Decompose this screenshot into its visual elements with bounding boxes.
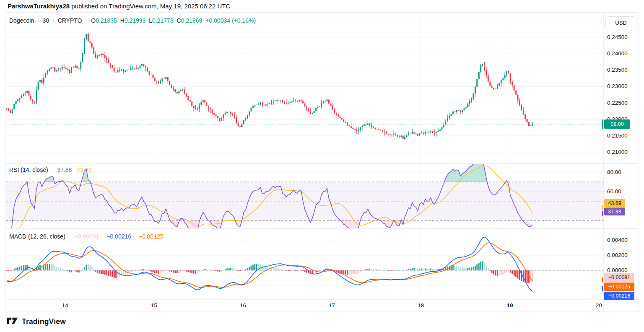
macd-signal-value: −0.00125 [139, 233, 164, 240]
pane-frame [6, 13, 638, 312]
rsi-badge-text: 37.88 [608, 209, 621, 215]
currency-label: USD [615, 20, 626, 26]
tradingview-snapshot: ParshwaTurakhiya28 published on TradingV… [0, 0, 644, 332]
time-axis-label: 17 [329, 302, 335, 309]
price-axis-label: 0.21000 [607, 149, 628, 156]
time-scale[interactable] [6, 300, 604, 312]
time-axis-label: 16 [240, 302, 246, 309]
close-label: C [177, 17, 181, 24]
symbol-exchange: CRYPTO [58, 17, 82, 24]
time-axis-label: 15 [151, 302, 157, 309]
macd-signal-badge: −0.00125 [604, 283, 634, 291]
macd-value-badge: −0.00216 [604, 292, 634, 300]
price-pane [6, 32, 603, 140]
macd-histogram-value: −0.00091 [75, 233, 99, 240]
macd-axis-label: 0.00000 [607, 267, 628, 274]
legend-separator: · [37, 17, 39, 24]
countdown-text: 08:00 [610, 121, 623, 127]
time-axis-label: 19 [506, 302, 513, 309]
symbol-interval[interactable]: 30 [43, 17, 49, 24]
symbol-name[interactable]: Dogecoin [9, 17, 34, 24]
macd-axis-label: 0.00200 [607, 252, 628, 259]
rsi-value-badge: 37.88 [604, 208, 625, 215]
brand-name: TradingView [22, 317, 66, 326]
time-axis-label: 20 [596, 302, 602, 309]
macd-axis-label: 0.00400 [607, 237, 628, 244]
rsi-title[interactable]: RSI (14, close) [9, 166, 48, 173]
open-label: O [91, 17, 96, 24]
macd-histogram-badge: −0.00091 [604, 273, 634, 282]
price-axis-label: 0.22500 [607, 100, 628, 106]
currency-toggle-button[interactable]: USD [605, 16, 636, 29]
rsi-axis-label: 60.00 [607, 188, 621, 195]
rsi-ma-badge: 43.69 [604, 199, 625, 207]
price-axis-label: 0.24000 [607, 50, 628, 57]
macd-signal-badge-text: −0.00125 [608, 284, 630, 290]
rsi-ma-value: 43.69 [77, 166, 91, 173]
legend-separator: · [52, 17, 55, 24]
macd-title[interactable]: MACD (12, 26, close) [9, 233, 65, 240]
macd-line-value: −0.00216 [106, 233, 131, 240]
open-value: 0.21835 [96, 17, 117, 24]
close-value: 0.21869 [181, 17, 203, 24]
high-value: 0.21993 [125, 17, 146, 24]
macd-hist-badge-text: −0.00091 [608, 275, 630, 280]
rsi-overbought-fill [27, 158, 507, 182]
price-axis-label: 0.24500 [607, 34, 628, 41]
bar-countdown-badge: 08:00 [604, 119, 630, 129]
macd-pane [6, 237, 604, 291]
macd-legend[interactable]: MACD (12, 26, close) −0.00091 −0.00216 −… [9, 233, 164, 240]
change-value: +0.00034 (+0.16%) [205, 17, 256, 24]
high-label: H [120, 17, 125, 24]
time-axis-label: 14 [62, 302, 68, 309]
last-bar-edge-tick [602, 119, 603, 129]
price-axis-label: 0.23500 [607, 67, 628, 73]
rsi-band [6, 182, 604, 220]
price-axis-label: 0.23000 [607, 83, 628, 90]
price-axis-label: 0.21500 [607, 132, 628, 139]
tradingview-logo-icon [7, 317, 18, 326]
macd-badge-text: −0.00216 [608, 293, 630, 299]
rsi-current-value: 37.88 [57, 166, 72, 173]
chart-canvas[interactable] [0, 0, 644, 332]
time-axis-label: 18 [418, 302, 424, 309]
tradingview-attribution[interactable]: TradingView [7, 317, 66, 326]
rsi-ma-badge-text: 43.69 [608, 200, 621, 206]
rsi-axis-label: 80.00 [607, 169, 621, 176]
low-value: 0.21773 [152, 17, 174, 24]
low-label: L [149, 17, 152, 24]
rsi-legend[interactable]: RSI (14, close) 37.88 43.69 [9, 166, 91, 173]
symbol-legend[interactable]: Dogecoin · 30 · CRYPTO O0.21835 H0.21993… [9, 17, 256, 24]
